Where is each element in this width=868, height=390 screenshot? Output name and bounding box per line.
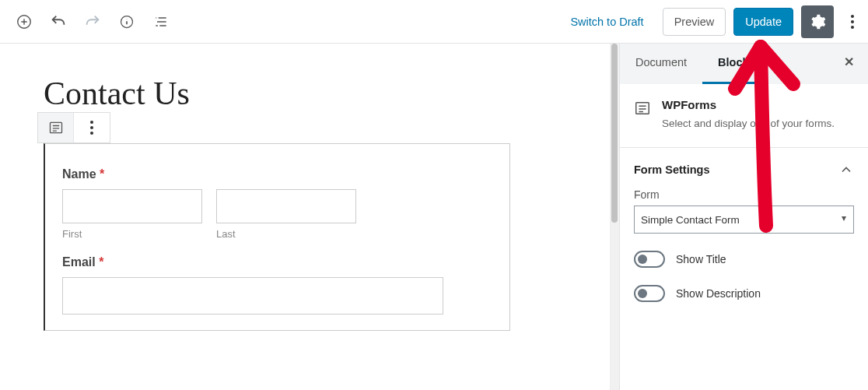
show-description-toggle[interactable] [634, 285, 665, 302]
editor-scrollbar[interactable] [610, 44, 619, 390]
form-select-label: Form [634, 188, 854, 201]
preview-button[interactable]: Preview [663, 8, 726, 36]
show-title-label: Show Title [676, 253, 726, 265]
sidebar-tabs: Document Block ✕ [620, 44, 868, 84]
block-info-section: WPForms Select and display one of your f… [620, 84, 868, 148]
first-name-sublabel: First [62, 228, 202, 240]
tab-block[interactable]: Block [702, 44, 765, 84]
block-toolbar [37, 112, 110, 143]
redo-button[interactable] [76, 5, 109, 38]
wpforms-block[interactable]: Name * First Last Email * [44, 143, 610, 331]
block-description: Select and display one of your forms. [662, 116, 835, 132]
close-sidebar-button[interactable]: ✕ [830, 44, 868, 84]
last-name-input[interactable] [216, 189, 356, 223]
scrollbar-thumb[interactable] [611, 44, 618, 223]
first-name-input[interactable] [62, 189, 202, 223]
block-type-icon[interactable] [38, 113, 74, 142]
editor-toolbar: Switch to Draft Preview Update [0, 0, 868, 44]
info-button[interactable] [110, 5, 143, 38]
block-name: WPForms [662, 98, 835, 111]
block-more-button[interactable] [74, 113, 110, 142]
email-input[interactable] [62, 277, 443, 314]
form-settings-section: Form Settings Form Simple Contact Form S… [620, 148, 868, 318]
chevron-up-icon [838, 162, 854, 177]
more-options-button[interactable] [845, 15, 860, 29]
switch-to-draft-link[interactable]: Switch to Draft [559, 9, 654, 34]
form-preview: Name * First Last Email * [44, 143, 510, 331]
wpforms-icon [634, 100, 651, 117]
update-button[interactable]: Update [733, 8, 793, 36]
show-description-label: Show Description [676, 287, 761, 300]
toolbar-right: Switch to Draft Preview Update [559, 5, 860, 38]
name-field-label: Name * [62, 167, 492, 181]
last-name-sublabel: Last [216, 228, 356, 240]
form-settings-header[interactable]: Form Settings [634, 162, 854, 177]
outline-button[interactable] [145, 5, 177, 38]
form-select[interactable]: Simple Contact Form [634, 206, 854, 234]
settings-gear-button[interactable] [801, 5, 834, 38]
show-title-toggle[interactable] [634, 251, 665, 268]
editor-canvas[interactable]: Contact Us Name * First [0, 44, 610, 390]
add-block-button[interactable] [8, 5, 40, 38]
email-field-label: Email * [62, 255, 492, 269]
tab-document[interactable]: Document [620, 44, 702, 84]
toolbar-left [8, 5, 559, 38]
page-title[interactable]: Contact Us [44, 75, 610, 112]
undo-button[interactable] [42, 5, 75, 38]
settings-sidebar: Document Block ✕ WPForms Select and disp… [619, 44, 868, 390]
